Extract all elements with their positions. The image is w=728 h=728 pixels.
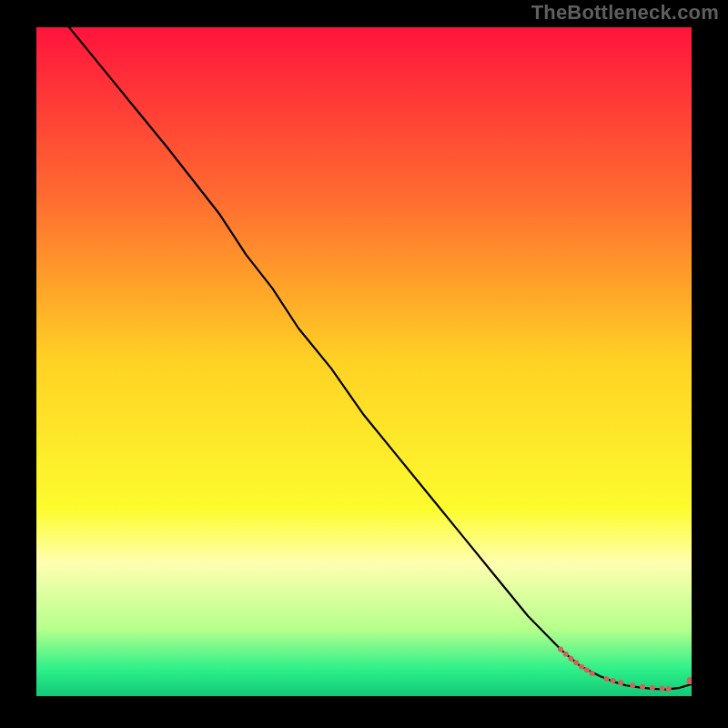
- watermark-text: TheBottleneck.com: [531, 1, 719, 25]
- scatter-point: [630, 682, 635, 688]
- chart-svg: [36, 27, 692, 696]
- scatter-point: [563, 652, 569, 657]
- scatter-point: [603, 676, 609, 682]
- scatter-point: [558, 647, 563, 652]
- chart-background: [36, 27, 692, 696]
- scatter-point: [590, 671, 595, 676]
- scatter-point: [573, 660, 579, 665]
- scatter-point: [611, 678, 616, 683]
- scatter-point: [666, 686, 672, 692]
- chart-plot: [36, 27, 692, 696]
- scatter-point: [569, 656, 574, 662]
- scatter-point: [640, 684, 645, 690]
- chart-stage: TheBottleneck.com: [0, 0, 728, 728]
- scatter-point: [650, 685, 655, 691]
- scatter-point: [660, 686, 665, 692]
- scatter-point: [618, 680, 623, 685]
- scatter-point: [584, 667, 590, 672]
- scatter-point: [579, 664, 584, 670]
